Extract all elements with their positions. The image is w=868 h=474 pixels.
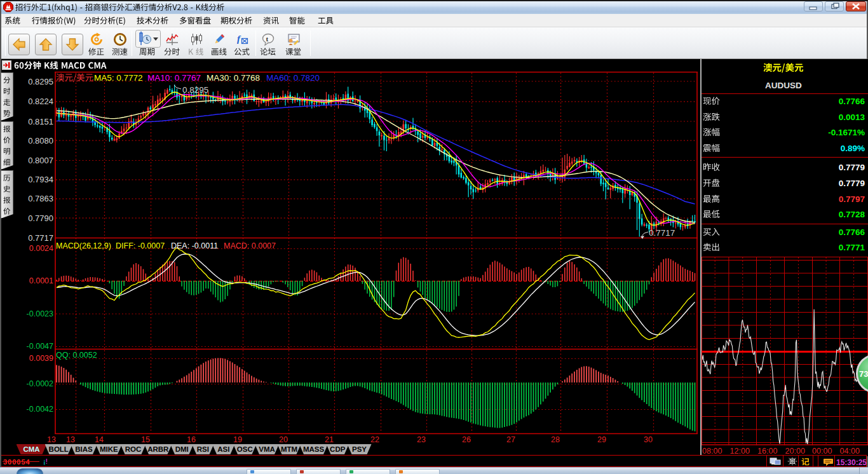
- svg-text:f: f: [237, 34, 241, 44]
- svg-text:73: 73: [859, 369, 868, 379]
- svg-text:t: t: [266, 35, 269, 43]
